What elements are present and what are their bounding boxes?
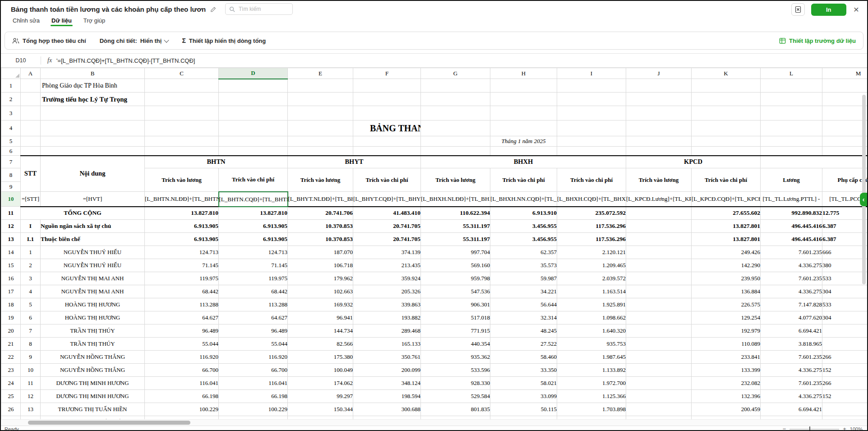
cell-K10[interactable]: [L_KPCĐ.CQĐ]+[TL_KPCĐ.CQĐ]-	[692, 192, 761, 207]
cell-A24[interactable]: 11	[21, 377, 41, 390]
row-number-23[interactable]: 23	[1, 364, 21, 377]
cell-K5[interactable]	[692, 136, 761, 147]
cell-H17[interactable]: 34.221	[490, 285, 557, 298]
cell-G22[interactable]: 935.362	[421, 351, 490, 364]
cell-A15[interactable]: 2	[21, 259, 41, 272]
cell-M5[interactable]	[822, 136, 868, 147]
header-leaf-C[interactable]: Trích vào lương	[145, 168, 219, 192]
cell-A1[interactable]	[21, 79, 41, 93]
cell-H2[interactable]	[490, 93, 557, 106]
cell-L15[interactable]: 4.336.275	[761, 259, 822, 272]
cell-H3[interactable]	[490, 106, 557, 120]
cell-L14[interactable]: 7.601.235	[761, 246, 822, 259]
cell-K20[interactable]: 192.979	[692, 324, 761, 338]
cell-B15[interactable]: NGUYỄN THUÝ HIẾU	[41, 259, 145, 272]
header-leaf-D[interactable]: Trích vào chi phí	[219, 168, 288, 192]
cell-H26[interactable]: 50.115	[490, 403, 557, 416]
cell-L4[interactable]	[761, 120, 822, 136]
cell-E24[interactable]: 174.062	[288, 377, 353, 390]
cell-K21[interactable]: 110.089	[692, 338, 761, 351]
cell-D11[interactable]: 13.827.810	[219, 207, 288, 220]
cell-I21[interactable]: 935.753	[557, 338, 626, 351]
header-leaf-J[interactable]: Trích vào lương	[626, 168, 692, 192]
cell-B12[interactable]: Nguồn ngân sách xã tự chủ	[41, 220, 145, 233]
cell-L23[interactable]: 4.336.275	[761, 364, 822, 377]
cell-B2[interactable]: Trường tiểu học Lý Tự Trọng	[41, 93, 145, 106]
cell-K18[interactable]: 226.575	[692, 298, 761, 311]
cell-H11[interactable]: 6.913.910	[490, 207, 557, 220]
column-header-M[interactable]: M	[822, 68, 868, 79]
cell-E27[interactable]: 85.767	[288, 416, 353, 420]
cell-D15[interactable]: 71.145	[219, 259, 288, 272]
tab-du-lieu[interactable]: Dữ liệu	[51, 17, 72, 26]
cell-A27[interactable]: 14	[21, 416, 41, 420]
cell-E6[interactable]	[288, 147, 353, 156]
cell-K1[interactable]	[692, 79, 761, 93]
cell-K22[interactable]: 233.841	[692, 351, 761, 364]
cell-L26[interactable]: 6.694.421	[761, 403, 822, 416]
row-number-9[interactable]: 9	[1, 182, 21, 192]
cell-L3[interactable]	[761, 106, 822, 120]
row-number-12[interactable]: 12	[1, 220, 21, 233]
cell-H25[interactable]: 33.099	[490, 390, 557, 403]
cell-F16[interactable]: 359.924	[353, 272, 421, 285]
cell-H16[interactable]: 59.987	[490, 272, 557, 285]
collapse-panel-chevron[interactable]: ‹	[860, 193, 867, 206]
header-group-BHYT[interactable]: BHYT	[288, 156, 421, 168]
cell-M2[interactable]	[822, 93, 868, 106]
cell-K14[interactable]: 249.426	[692, 246, 761, 259]
cell-C19[interactable]: 64.627	[145, 311, 219, 324]
vertical-scrollbar[interactable]	[862, 95, 866, 284]
cell-J6[interactable]	[626, 147, 692, 156]
cell-C3[interactable]	[145, 106, 219, 120]
cell-F2[interactable]	[353, 93, 421, 106]
cell-A18[interactable]: 5	[21, 298, 41, 311]
cell-G6[interactable]	[421, 147, 490, 156]
row-number-14[interactable]: 14	[1, 246, 21, 259]
cell-M18[interactable]: 533	[822, 298, 868, 311]
cell-H27[interactable]: 28.589	[490, 416, 557, 420]
export-xlsx-button[interactable]	[791, 3, 805, 16]
cell-A5[interactable]	[21, 136, 41, 147]
cell-E11[interactable]: 20.741.706	[288, 207, 353, 220]
cell-M1[interactable]	[822, 79, 868, 93]
cell-L16[interactable]: 7.601.235	[761, 272, 822, 285]
print-button[interactable]: In	[811, 4, 846, 16]
cell-reference-box[interactable]: D10	[1, 57, 41, 64]
cell-I22[interactable]: 1.987.645	[557, 351, 626, 364]
cell-M11[interactable]: 12.775	[822, 207, 868, 220]
cell-I16[interactable]: 2.039.572	[557, 272, 626, 285]
column-header-A[interactable]: A	[21, 68, 41, 79]
cell-I5[interactable]	[557, 136, 626, 147]
cell-G24[interactable]: 928.330	[421, 377, 490, 390]
cell-C23[interactable]: 66.700	[145, 364, 219, 377]
cell-D5[interactable]	[219, 136, 288, 147]
cell-M25[interactable]: 152	[822, 390, 868, 403]
cell-B14[interactable]: NGUYỄN THUÝ HIẾU	[41, 246, 145, 259]
cell-M4[interactable]	[822, 120, 868, 136]
cell-C20[interactable]: 96.489	[145, 324, 219, 338]
cell-D1[interactable]	[219, 79, 288, 93]
cell-B10[interactable]: =[HVT]	[41, 192, 145, 207]
row-number-3[interactable]: 3	[1, 106, 21, 120]
header-leaf-I[interactable]: Trích vào chi phí	[557, 168, 626, 192]
cell-A12[interactable]: I	[21, 220, 41, 233]
cell-F14[interactable]: 374.139	[353, 246, 421, 259]
cell-F1[interactable]	[353, 79, 421, 93]
cell-H15[interactable]: 35.573	[490, 259, 557, 272]
cell-J12[interactable]	[626, 220, 692, 233]
cell-F6[interactable]	[353, 147, 421, 156]
cell-B5[interactable]	[41, 136, 145, 147]
cell-J20[interactable]	[626, 324, 692, 338]
cell-L24[interactable]: 7.601.235	[761, 377, 822, 390]
cell-E10[interactable]: [L_BHYT.NLĐĐ]+[TL_BHYT.NLĐĐ]-	[288, 192, 353, 207]
cell-H20[interactable]: 48.245	[490, 324, 557, 338]
cell-E14[interactable]: 187.070	[288, 246, 353, 259]
cell-L25[interactable]: 4.336.275	[761, 390, 822, 403]
cell-L6[interactable]	[761, 147, 822, 156]
cell-A3[interactable]	[21, 106, 41, 120]
cell-B4[interactable]	[41, 120, 145, 136]
cell-E13[interactable]: 10.370.853	[288, 233, 353, 246]
cell-J18[interactable]	[626, 298, 692, 311]
row-number-10[interactable]: 10	[1, 192, 21, 207]
